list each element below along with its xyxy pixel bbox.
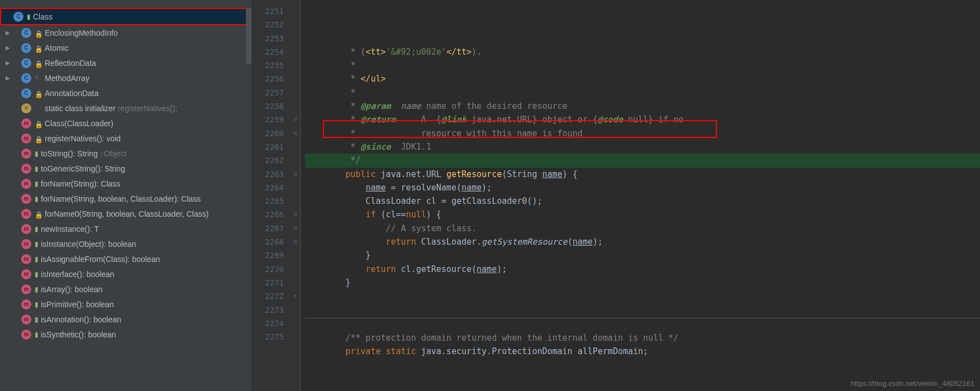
watermark: https://blog.csdn.net/weixin_48052161 (851, 379, 974, 388)
code-line[interactable]: */ (305, 154, 980, 167)
expand-icon[interactable]: ▶ (3, 60, 12, 66)
code-line[interactable] (305, 318, 980, 331)
tree-item-18[interactable]: m▮isArray(): boolean (0, 282, 251, 297)
fold-marker[interactable] (291, 249, 300, 262)
fold-marker[interactable] (291, 181, 300, 194)
tree-item-2[interactable]: ▶C🔒Atomic (0, 40, 251, 55)
code-line[interactable]: * (305, 86, 980, 99)
public-icon: ▮ (35, 301, 39, 308)
fold-marker[interactable]: ⊟ (291, 235, 300, 249)
lock-icon: 🔒 (35, 60, 42, 66)
code-line[interactable]: * (305, 59, 980, 72)
lock-icon: 🔒 (35, 136, 42, 141)
fold-marker[interactable] (291, 32, 300, 45)
fold-marker[interactable] (291, 194, 300, 208)
code-area[interactable]: * (<tt>'&#92;u002e'</tt>). * * </ul> * *… (301, 0, 980, 391)
tree-item-9[interactable]: m▮toString(): String ↑Object (0, 146, 251, 161)
tree-item-4[interactable]: ▶CMethodArray (0, 70, 251, 85)
fold-marker[interactable] (291, 45, 300, 59)
tree-item-10[interactable]: m▮toGenericString(): String (0, 161, 251, 176)
structure-tree[interactable]: C▮Class▶C🔒EnclosingMethodInfo▶C🔒Atomic▶C… (0, 8, 251, 342)
fold-marker[interactable] (291, 72, 300, 85)
code-line[interactable]: * resource with this name is found (305, 127, 980, 140)
fold-marker[interactable]: ⊟ (291, 222, 300, 235)
code-line[interactable]: public java.net.URL getResource(String n… (305, 168, 980, 181)
fold-marker[interactable]: ≡ (291, 289, 300, 303)
tree-item-8[interactable]: m🔒registerNatives(): void (0, 131, 251, 146)
item-label: Atomic (45, 44, 69, 53)
fold-marker[interactable] (291, 276, 300, 289)
public-icon: ▮ (35, 195, 39, 203)
code-editor[interactable]: 2251225222532254225522562257225822592260… (251, 0, 980, 391)
fold-marker[interactable] (291, 317, 300, 330)
gutter-line-numbers: 2251225222532254225522562257225822592260… (251, 0, 291, 391)
tree-item-15[interactable]: m▮isInstance(Object): boolean (0, 236, 251, 251)
code-line[interactable]: * (<tt>'&#92;u002e'</tt>). (305, 45, 980, 59)
fold-marker[interactable] (291, 303, 300, 317)
code-line[interactable]: * </ul> (305, 72, 980, 85)
code-line[interactable]: } (305, 249, 980, 262)
line-number: 2267 (251, 222, 284, 235)
fold-marker[interactable] (291, 140, 300, 154)
code-line[interactable]: name = resolveName(name); (305, 181, 980, 194)
tree-item-6[interactable]: =static class initializer registerNative… (0, 101, 251, 116)
type-icon: C (21, 88, 31, 98)
item-label: forName0(String, boolean, ClassLoader, C… (45, 209, 208, 218)
line-number: 2265 (251, 194, 284, 208)
fold-column[interactable]: ⊟⊟⊟⊟⊟⊟≡ (291, 0, 301, 391)
expand-icon[interactable]: ▶ (3, 75, 12, 81)
item-label: newInstance(): T (41, 225, 99, 233)
type-icon: m (21, 299, 31, 309)
fold-marker[interactable]: ⊟ (291, 168, 300, 181)
fold-marker[interactable] (291, 154, 300, 167)
tree-item-14[interactable]: m▮newInstance(): T (0, 221, 251, 236)
item-label: isAnnotation(): boolean (41, 315, 121, 324)
tree-item-16[interactable]: m▮isAssignableFrom(Class): boolean (0, 251, 251, 266)
tree-item-5[interactable]: C🔒AnnotationData (0, 85, 251, 101)
tree-item-11[interactable]: m▮forName(String): Class (0, 176, 251, 191)
code-line[interactable] (305, 359, 980, 372)
tree-item-12[interactable]: m▮forName(String, boolean, ClassLoader):… (0, 191, 251, 206)
code-line[interactable]: /** protection domain returned when the … (305, 331, 980, 345)
code-line[interactable]: ClassLoader cl = getClassLoader0(); (305, 194, 980, 208)
fold-marker[interactable] (291, 4, 300, 18)
tree-item-1[interactable]: ▶C🔒EnclosingMethodInfo (0, 25, 251, 40)
code-line[interactable]: private static java.security.ProtectionD… (305, 345, 980, 358)
fold-marker[interactable] (291, 330, 300, 344)
public-icon: ▮ (35, 180, 39, 188)
tree-item-7[interactable]: m🔒Class(ClassLoader) (0, 116, 251, 131)
code-line[interactable]: * @return A {@link java.net.URL} object … (305, 113, 980, 126)
code-line[interactable]: * @since JDK1.1 (305, 140, 980, 154)
code-line[interactable]: // A system class. (305, 222, 980, 235)
type-icon: m (21, 179, 31, 189)
sidebar-scrollbar[interactable] (246, 8, 251, 64)
tree-item-17[interactable]: m▮isInterface(): boolean (0, 266, 251, 282)
tree-item-13[interactable]: m🔒forName0(String, boolean, ClassLoader,… (0, 206, 251, 221)
tree-item-19[interactable]: m▮isPrimitive(): boolean (0, 297, 251, 312)
tree-item-3[interactable]: ▶C🔒ReflectionData (0, 55, 251, 70)
expand-icon[interactable]: ▶ (3, 30, 12, 36)
fold-marker[interactable] (291, 99, 300, 113)
fold-marker[interactable] (291, 86, 300, 99)
fold-marker[interactable]: ⊟ (291, 113, 300, 126)
type-icon: C (21, 28, 31, 38)
tree-item-0[interactable]: C▮Class (0, 8, 251, 25)
code-line[interactable]: return cl.getResource(name); (305, 263, 980, 276)
tree-item-20[interactable]: m▮isAnnotation(): boolean (0, 312, 251, 327)
code-line[interactable] (305, 289, 980, 303)
fold-marker[interactable] (291, 263, 300, 276)
expand-icon[interactable]: ▶ (3, 45, 12, 51)
fold-marker[interactable]: ⊟ (291, 127, 300, 140)
fold-marker[interactable]: ⊟ (291, 208, 300, 221)
fold-marker[interactable] (291, 18, 300, 31)
fold-marker[interactable] (291, 59, 300, 72)
code-line[interactable]: } (305, 276, 980, 289)
code-line[interactable]: return ClassLoader.getSystemResource(nam… (305, 235, 980, 249)
public-icon: ▮ (35, 225, 39, 233)
code-line[interactable]: * @param name name of the desired resour… (305, 99, 980, 113)
public-icon: ▮ (35, 240, 39, 248)
code-line[interactable] (305, 303, 980, 317)
tree-item-21[interactable]: m▮isSynthetic(): boolean (0, 327, 251, 342)
code-line[interactable]: if (cl==null) { (305, 208, 980, 221)
line-number: 2272 (251, 289, 284, 303)
